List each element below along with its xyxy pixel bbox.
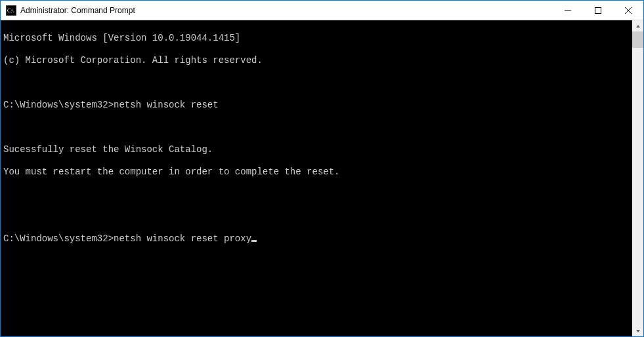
console-line [3,122,630,133]
console-line: Microsoft Windows [Version 10.0.19044.14… [3,33,630,44]
titlebar[interactable]: C:\ Administrator: Command Prompt [1,1,643,20]
scroll-track[interactable] [632,31,643,325]
window-title: Administrator: Command Prompt [20,6,553,15]
console-content[interactable]: Microsoft Windows [Version 10.0.19044.14… [1,20,632,336]
console-line [3,211,630,222]
prompt-command: netsh winsock reset [114,100,219,110]
close-button[interactable] [613,1,643,20]
vertical-scrollbar[interactable] [632,20,643,336]
scroll-down-arrow-icon[interactable] [632,325,643,336]
console-line [3,77,630,89]
command-prompt-window: C:\ Administrator: Command Prompt Micros… [0,0,644,337]
console-line: Sucessfully reset the Winsock Catalog. [3,144,630,155]
console-line: You must restart the computer in order t… [3,167,630,178]
console-line [3,189,630,200]
cmd-icon: C:\ [6,5,16,16]
svg-rect-3 [595,7,601,13]
console-prompt-line: C:\Windows\system32>netsh winsock reset [3,100,630,111]
scroll-thumb[interactable] [632,31,643,48]
console-body: Microsoft Windows [Version 10.0.19044.14… [1,20,643,336]
maximize-button[interactable] [583,1,613,20]
scroll-up-arrow-icon[interactable] [632,20,643,31]
prompt-path: C:\Windows\system32> [3,233,114,244]
console-prompt-line: C:\Windows\system32>netsh winsock reset … [3,233,630,245]
console-line: (c) Microsoft Corporation. All rights re… [3,55,630,66]
prompt-command: netsh winsock reset proxy [114,233,251,244]
window-controls [553,1,643,20]
minimize-button[interactable] [553,1,583,20]
prompt-path: C:\Windows\system32> [3,100,114,110]
cursor-icon [251,240,257,242]
svg-text:C:\: C:\ [7,8,14,14]
